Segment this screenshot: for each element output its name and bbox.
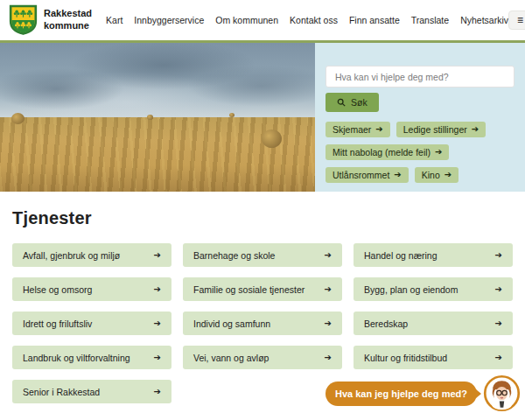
services-section: Tjenester Avfall, gjenbruk og miljø➔Barn… [0,192,525,403]
header-actions: ≡ Meny Søk [508,10,525,30]
arrow-icon: ➔ [495,354,502,362]
arrow-icon: ➔ [495,285,502,294]
arrow-icon: ➔ [325,251,332,260]
service-tile-senior-i-rakkestad[interactable]: Senior i Rakkestad➔ [12,380,172,403]
arrow-icon: ➔ [325,285,332,294]
arrow-icon: ➔ [325,354,332,362]
chat-bubble[interactable]: Hva kan jeg hjelpe deg med? [326,382,477,406]
nav-item-kontakt-oss[interactable]: Kontakt oss [290,15,338,25]
hero-field-photo [0,43,315,192]
service-tile-beredskap[interactable]: Beredskap➔ [354,312,513,335]
arrow-icon: ➔ [154,251,161,260]
service-tile-kultur-og-fritidstilbud[interactable]: Kultur og fritidstilbud➔ [354,346,513,369]
quick-link-kino[interactable]: Kino➔ [415,167,458,183]
services-title: Tjenester [12,208,513,228]
service-tile-individ-og-samfunn[interactable]: Individ og samfunn➔ [183,312,342,335]
quick-links: Skjemaer➔Ledige stillinger➔Mitt nabolag … [326,122,514,183]
logo[interactable]: Rakkestad kommune [9,4,92,36]
service-tile-idrett-og-friluftsliv[interactable]: Idrett og friluftsliv➔ [12,312,172,335]
nav-item-om-kommunen[interactable]: Om kommunen [215,15,278,25]
chat-widget[interactable]: Hva kan jeg hjelpe deg med? [326,374,521,412]
hay-bale [229,113,234,117]
hero-search-submit[interactable]: Søk [326,93,379,112]
main-nav: KartInnbyggerserviceOm kommunenKontakt o… [106,15,508,25]
nav-item-translate[interactable]: Translate [411,15,449,25]
arrow-icon: ➔ [495,319,502,328]
hamburger-icon: ≡ [517,15,523,25]
quick-link-skjemaer[interactable]: Skjemaer➔ [326,122,390,137]
service-tile-bygg-plan-og-eiendom[interactable]: Bygg, plan og eiendom➔ [354,277,513,301]
arrow-icon: ➔ [154,319,161,328]
arrow-icon: ➔ [472,125,479,134]
service-tile-familie-og-sosiale-tjenester[interactable]: Familie og sosiale tjenester➔ [183,277,342,301]
arrow-icon: ➔ [325,319,332,328]
hero-field [0,117,315,192]
page: Rakkestad kommune KartInnbyggerserviceOm… [0,0,525,420]
hero-search-input[interactable] [326,66,514,88]
hay-bale [147,115,153,120]
arrow-icon: ➔ [444,171,452,179]
arrow-icon: ➔ [394,171,401,179]
service-tile-barnehage-og-skole[interactable]: Barnehage og skole➔ [183,243,342,267]
hero-sky [0,43,315,117]
quick-link-mitt-nabolag-melde-feil[interactable]: Mitt nabolag (melde feil)➔ [326,144,449,160]
service-tile-vei-vann-og-avløp[interactable]: Vei, vann og avløp➔ [183,346,342,369]
municipality-crest-icon [9,4,38,36]
logo-text: Rakkestad kommune [44,8,92,32]
arrow-icon: ➔ [495,251,502,260]
menu-button[interactable]: ≡ Meny [508,10,525,30]
service-tile-handel-og-næring[interactable]: Handel og næring➔ [354,243,513,267]
header: Rakkestad kommune KartInnbyggerserviceOm… [0,0,525,40]
arrow-icon: ➔ [435,148,442,157]
arrow-icon: ➔ [154,354,161,362]
hay-bale [11,113,24,124]
nav-item-innbyggerservice[interactable]: Innbyggerservice [134,15,204,25]
hay-bale [262,130,282,148]
quick-link-utlånsrommet[interactable]: Utlånsrommet➔ [326,167,409,183]
service-tile-helse-og-omsorg[interactable]: Helse og omsorg➔ [12,277,172,301]
service-tile-avfall-gjenbruk-og-miljø[interactable]: Avfall, gjenbruk og miljø➔ [12,243,172,267]
arrow-icon: ➔ [154,388,161,396]
hero: Søk Skjemaer➔Ledige stillinger➔Mitt nabo… [0,43,525,192]
quick-link-ledige-stillinger[interactable]: Ledige stillinger➔ [396,122,486,137]
service-tile-landbruk-og-viltforvaltning[interactable]: Landbruk og viltforvaltning➔ [12,346,172,369]
nav-item-finn-ansatte[interactable]: Finn ansatte [349,15,400,25]
search-icon [337,98,346,107]
nav-item-nyhetsarkiv[interactable]: Nyhetsarkiv [460,15,508,25]
arrow-icon: ➔ [154,285,161,294]
nav-item-kart[interactable]: Kart [106,15,122,25]
chat-assistant-avatar-icon[interactable] [483,374,521,412]
hero-search-panel: Søk Skjemaer➔Ledige stillinger➔Mitt nabo… [315,43,525,192]
arrow-icon: ➔ [375,125,382,134]
